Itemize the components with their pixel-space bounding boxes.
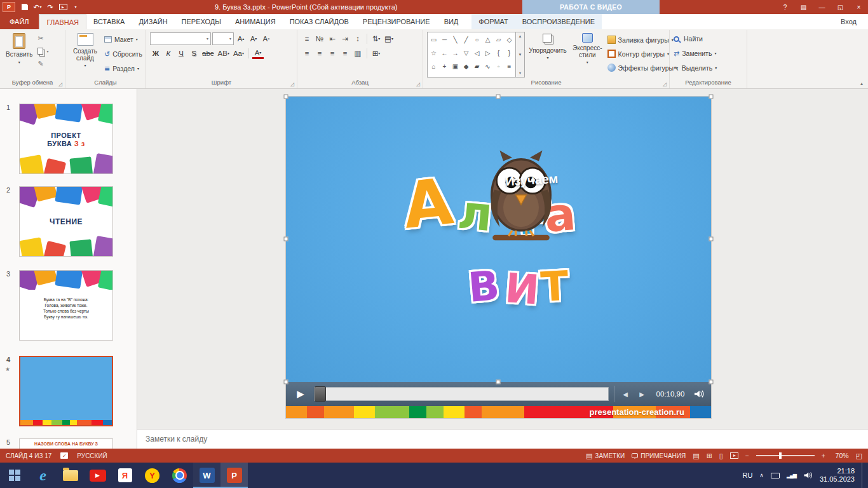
zoom-out-button[interactable]: −: [745, 452, 749, 459]
slideshow-view-button[interactable]: [730, 452, 738, 459]
text-shadow-button[interactable]: S: [188, 47, 200, 60]
shape-icon[interactable]: ╲: [453, 36, 457, 43]
shape-icon[interactable]: {: [498, 50, 499, 57]
tab-slideshow[interactable]: ПОКАЗ СЛАЙДОВ: [283, 14, 356, 29]
notes-placeholder[interactable]: Заметки к слайду: [146, 435, 207, 444]
taskbar-word[interactable]: W: [193, 463, 220, 488]
save-button[interactable]: [18, 0, 31, 14]
restore-button[interactable]: ◱: [831, 0, 850, 14]
taskbar-chrome[interactable]: [166, 463, 193, 488]
shape-icon[interactable]: ∿: [485, 63, 490, 70]
shape-effects-button[interactable]: Эффекты фигуры▾: [607, 61, 679, 74]
slide-sorter-view-button[interactable]: ⊞: [707, 452, 712, 460]
underline-button[interactable]: Ч: [175, 47, 187, 60]
format-painter-button[interactable]: ✎: [37, 58, 48, 69]
tab-home[interactable]: ГЛАВНАЯ: [39, 14, 86, 29]
tab-playback[interactable]: ВОСПРОИЗВЕДЕНИЕ: [515, 14, 602, 29]
collapse-ribbon-button[interactable]: ▴: [860, 81, 863, 86]
shape-icon[interactable]: ◦: [498, 63, 500, 70]
numbering-button[interactable]: №: [314, 32, 325, 45]
slide-4-thumbnail[interactable]: [19, 356, 113, 426]
character-spacing-button[interactable]: АВ▾: [217, 47, 231, 60]
scrubber-track[interactable]: [314, 387, 609, 401]
start-button[interactable]: [0, 463, 29, 488]
mute-button[interactable]: [693, 390, 705, 398]
font-name-combo[interactable]: ▾: [150, 32, 211, 45]
customize-qat-button[interactable]: ▾: [69, 0, 82, 14]
contextual-tab-group[interactable]: РАБОТА С ВИДЕО: [522, 0, 660, 14]
comments-toggle[interactable]: ПРИМЕЧАНИЯ: [632, 452, 686, 459]
language-switcher[interactable]: RU: [742, 471, 752, 479]
volume-icon[interactable]: [803, 471, 813, 479]
paragraph-dialog-launcher[interactable]: ◿: [414, 81, 422, 87]
align-right-button[interactable]: ≡: [327, 47, 338, 60]
reading-view-button[interactable]: ▯: [719, 452, 723, 460]
video-frame[interactable]: Изучаем А л ф а: [286, 97, 711, 382]
step-back-button[interactable]: ◀: [620, 391, 631, 398]
taskbar-powerpoint[interactable]: P: [220, 463, 248, 488]
normal-view-button[interactable]: ▤: [693, 452, 699, 460]
arrange-button[interactable]: Упорядочить ▾: [528, 32, 567, 78]
language-indicator[interactable]: РУССКИЙ: [77, 452, 107, 459]
shape-icon[interactable]: +: [443, 63, 447, 70]
align-text-button[interactable]: ▤▾: [383, 32, 395, 45]
resize-handle[interactable]: [496, 380, 501, 384]
cut-button[interactable]: ✂: [37, 33, 48, 44]
grow-font-button[interactable]: А▴: [235, 32, 247, 45]
convert-smartart-button[interactable]: ⊞▾: [370, 47, 382, 60]
justify-button[interactable]: ≡: [339, 47, 351, 60]
reset-button[interactable]: ↺Сбросить: [104, 48, 142, 60]
shape-icon[interactable]: ☆: [431, 50, 437, 57]
shape-icon[interactable]: →: [452, 50, 459, 57]
shape-icon[interactable]: }: [508, 50, 510, 57]
align-left-button[interactable]: ≡: [301, 47, 313, 60]
font-size-combo[interactable]: ▾: [212, 32, 234, 45]
find-button[interactable]: Найти: [674, 32, 744, 45]
decrease-indent-button[interactable]: ⇤: [327, 32, 338, 45]
shape-icon[interactable]: ▷: [485, 50, 491, 57]
shape-icon[interactable]: △: [485, 36, 491, 43]
increase-indent-button[interactable]: ⇥: [339, 32, 351, 45]
bullets-button[interactable]: ≡: [301, 32, 313, 45]
resize-handle[interactable]: [709, 95, 714, 99]
shape-icon[interactable]: ◇: [507, 36, 512, 43]
slide-2-thumbnail[interactable]: ЧТЕНИЕ: [19, 186, 113, 257]
line-spacing-button[interactable]: ↕: [352, 32, 363, 45]
slide-indicator[interactable]: СЛАЙД 4 ИЗ 17: [6, 452, 51, 459]
undo-button[interactable]: ↶▾: [31, 0, 44, 14]
help-button[interactable]: ?: [776, 0, 794, 14]
shrink-font-button[interactable]: А▾: [248, 32, 259, 45]
text-direction-button[interactable]: ⇅▾: [370, 32, 382, 45]
shapes-more-icon[interactable]: ▾: [519, 71, 521, 75]
shape-fill-button[interactable]: Заливка фигуры▾: [607, 33, 679, 46]
tab-review[interactable]: РЕЦЕНЗИРОВАНИЕ: [356, 14, 437, 29]
shape-icon[interactable]: ≡: [508, 63, 512, 70]
tab-insert[interactable]: ВСТАВКА: [86, 14, 132, 29]
change-case-button[interactable]: Aa▾: [232, 47, 245, 60]
drawing-dialog-launcher[interactable]: ◿: [661, 81, 668, 87]
play-button[interactable]: ▶: [292, 386, 309, 402]
notes-pane[interactable]: Заметки к слайду: [137, 429, 868, 449]
resize-handle[interactable]: [496, 95, 501, 99]
shape-outline-button[interactable]: Контур фигуры▾: [607, 47, 679, 60]
clipboard-dialog-launcher[interactable]: ◿: [57, 81, 64, 87]
hidden-icons-chevron[interactable]: ∧: [759, 472, 764, 478]
shapes-gallery-scrollbar[interactable]: ▲ ▼ ▾: [516, 32, 525, 78]
layout-button[interactable]: Макет▾: [104, 33, 142, 46]
shape-icon[interactable]: ◁: [475, 50, 480, 57]
shape-icon[interactable]: ▭: [431, 36, 437, 43]
tab-format[interactable]: ФОРМАТ: [471, 14, 515, 29]
show-desktop-button[interactable]: [862, 463, 865, 488]
slide-3-thumbnail[interactable]: Буква та на "В" похожа: Голова, животик …: [19, 270, 113, 341]
strikethrough-button[interactable]: abc: [201, 47, 215, 60]
tab-animations[interactable]: АНИМАЦИЯ: [228, 14, 283, 29]
replace-button[interactable]: ⇄Заменить▾: [674, 47, 744, 60]
current-slide[interactable]: Изучаем А л ф а: [286, 97, 711, 418]
quick-styles-button[interactable]: Экспресс-стили ▾: [571, 32, 604, 78]
tab-design[interactable]: ДИЗАЙН: [132, 14, 174, 29]
resize-handle[interactable]: [709, 380, 714, 384]
zoom-slider[interactable]: [756, 455, 815, 456]
copy-button[interactable]: ▾: [37, 46, 48, 57]
shape-icon[interactable]: ○: [475, 36, 478, 43]
taskbar-explorer[interactable]: [57, 463, 84, 488]
